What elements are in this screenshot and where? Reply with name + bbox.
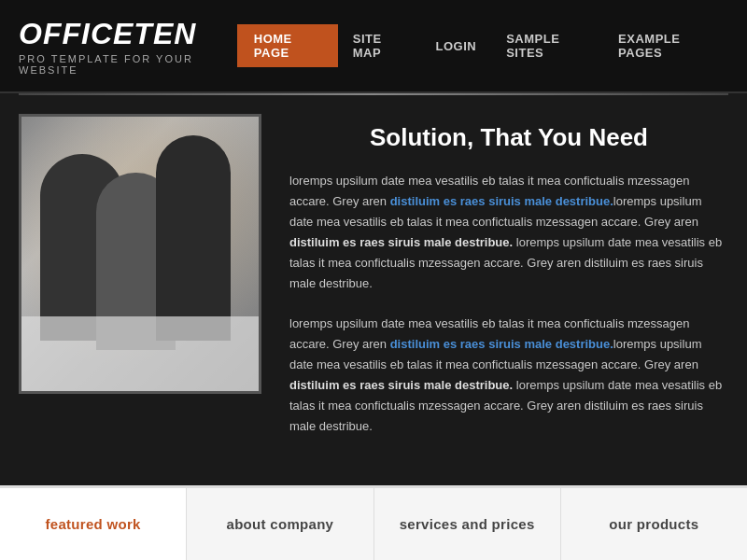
nav-login[interactable]: LOGIN	[421, 32, 492, 61]
nav-home[interactable]: HOME PAGE	[237, 24, 338, 67]
logo-area: OFFICETEN PRO TEMPLATE FOR YOUR WEBSITE	[19, 17, 237, 76]
hero-image	[19, 114, 261, 394]
highlight-1: distiluim es raes siruis male destribue.	[390, 194, 613, 208]
footer-tab-our-products[interactable]: our products	[561, 488, 747, 560]
footer-tabs: featured work about company services and…	[0, 485, 747, 560]
nav-sample-sites[interactable]: SAMPLE SITES	[491, 24, 603, 67]
highlight-4: distiluim es raes siruis male destribue.	[289, 378, 513, 392]
paragraph-2: loremps upsilum date mea vesatilis eb ta…	[289, 314, 728, 438]
highlight-3: distiluim es raes siruis male destribue.	[390, 337, 613, 351]
navigation: HOME PAGE SITE MAP LOGIN SAMPLE SITES EX…	[237, 0, 728, 91]
app-container: OFFICETEN PRO TEMPLATE FOR YOUR WEBSITE …	[0, 0, 747, 560]
highlight-2: distiluim es raes siruis male destribue.	[289, 235, 513, 249]
person-silhouette-2	[156, 135, 231, 341]
logo-ten: TEN	[134, 17, 196, 50]
footer-tab-featured-work[interactable]: featured work	[0, 488, 187, 560]
table-surface	[21, 316, 259, 391]
main-content: Solution, That You Need loremps upsilum …	[0, 95, 747, 450]
nav-sitemap[interactable]: SITE MAP	[338, 24, 421, 67]
logo-office: OFFICE	[19, 17, 134, 50]
logo-tagline: PRO TEMPLATE FOR YOUR WEBSITE	[19, 53, 237, 76]
content-wrapper: Solution, That You Need loremps upsilum …	[0, 95, 747, 485]
content-title: Solution, That You Need	[289, 123, 728, 152]
footer-tab-services-prices[interactable]: services and prices	[374, 488, 561, 560]
nav-example-pages[interactable]: EXAMPLE PAGES	[603, 24, 728, 67]
footer-tab-about-company[interactable]: about company	[187, 488, 374, 560]
paragraph-1: loremps upsilum date mea vesatilis eb ta…	[289, 171, 728, 295]
logo[interactable]: OFFICETEN	[19, 17, 237, 51]
business-photo	[21, 117, 259, 391]
content-area: Solution, That You Need loremps upsilum …	[289, 114, 728, 431]
header: OFFICETEN PRO TEMPLATE FOR YOUR WEBSITE …	[0, 0, 747, 93]
